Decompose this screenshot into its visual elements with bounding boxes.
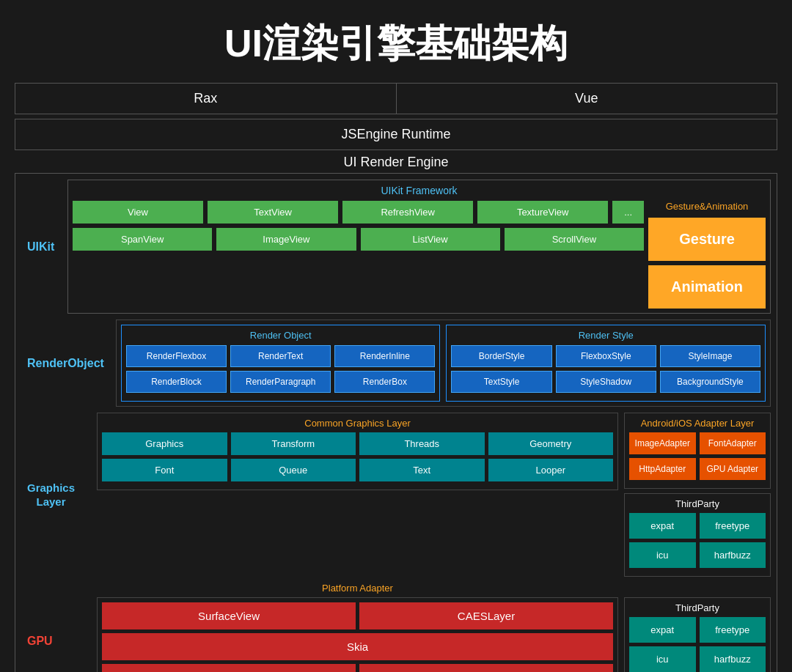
gpu-main: Platform Adapter SurfaceView CAESLayer S…: [97, 583, 618, 672]
renderblock-btn: RenderBlock: [126, 371, 227, 393]
adapter-box: Android/iOS Adapter Layer ImageAdapter F…: [624, 413, 771, 489]
httpadapter-btn: HttpAdapter: [629, 458, 696, 480]
renderobject-section: RenderObject Render Object RenderFlexbox…: [21, 320, 771, 407]
uikit-row1: View TextView RefreshView TextureView ..…: [73, 201, 644, 224]
thirdparty-label: ThirdParty: [629, 498, 766, 509]
main-container: UIKit UIKit Framework View TextView Refr…: [15, 173, 777, 672]
render-object-box: Render Object RenderFlexbox RenderText R…: [121, 325, 441, 402]
imageview-btn: ImageView: [216, 228, 356, 251]
font-btn: Font: [102, 459, 227, 481]
render-obj-row1: RenderFlexbox RenderText RenderInline: [126, 345, 436, 367]
harfbuzz-btn: harfbuzz: [700, 542, 766, 568]
icu-btn: icu: [629, 542, 696, 568]
opengl-btn: OpenGL: [102, 664, 356, 672]
uikit-content: UIKit Framework View TextView RefreshVie…: [67, 180, 771, 314]
render-style-row2: TextStyle StyleShadow BackgroundStyle: [451, 371, 760, 393]
view-btn: View: [73, 201, 203, 224]
uikit-views-grid: View TextView RefreshView TextureView ..…: [73, 201, 644, 309]
platform-label: Platform Adapter: [97, 583, 618, 594]
graphics-main: Common Graphics Layer Graphics Transform…: [97, 413, 618, 577]
gpu-label: GPU: [21, 583, 91, 672]
renderbox-btn: RenderBox: [334, 371, 435, 393]
thirdparty-row1: expat freetype: [629, 513, 766, 539]
render-content: Render Object RenderFlexbox RenderText R…: [116, 320, 771, 407]
graphics-content: Common Graphics Layer Graphics Transform…: [97, 413, 771, 577]
borderstyle-btn: BorderStyle: [451, 345, 551, 367]
thirdparty-row2: icu harfbuzz: [629, 542, 766, 568]
graphics-section: Graphics Layer Common Graphics Layer Gra…: [21, 413, 771, 577]
render-object-sublabel: Render Object: [126, 330, 436, 341]
surfaceview-btn: SurfaceView: [102, 602, 356, 629]
imageadapter-btn: ImageAdapter: [629, 432, 696, 454]
freetype-btn: freetype: [700, 513, 766, 539]
render-style-row1: BorderStyle FlexboxStyle StyleImage: [451, 345, 760, 367]
graphics-btn: Graphics: [102, 432, 227, 455]
uikit-label: UIKit: [21, 180, 62, 314]
gesture-animation-header: Gesture&Animation: [648, 201, 766, 212]
page-title: UI渲染引擎基础架构: [15, 7, 777, 83]
common-graphics-label: Common Graphics Layer: [102, 418, 613, 429]
refreshview-btn: RefreshView: [342, 201, 473, 224]
jsengine-row: JSEngine Runtime: [15, 119, 777, 150]
gpu-freetype-btn: freetype: [700, 617, 766, 643]
queue-btn: Queue: [231, 459, 356, 481]
threads-btn: Threads: [359, 432, 485, 455]
rax-cell: Rax: [15, 84, 397, 114]
looper-btn: Looper: [488, 459, 614, 481]
geometry-btn: Geometry: [488, 432, 614, 455]
transform-btn: Transform: [231, 432, 356, 455]
expat-btn: expat: [629, 513, 696, 539]
graphics-flex: Common Graphics Layer Graphics Transform…: [97, 413, 771, 577]
gpu-expat-btn: expat: [629, 617, 696, 643]
gpu-side: ThirdParty expat freetype icu harfbuzz: [624, 583, 771, 672]
gpu-row3: OpenGL Metal: [102, 664, 613, 672]
renderparagraph-btn: RenderParagraph: [230, 371, 331, 393]
gesture-animation-col: Gesture&Animation Gesture Animation: [648, 201, 766, 309]
flexboxstyle-btn: FlexboxStyle: [556, 345, 656, 367]
caeslayer-btn: CAESLayer: [359, 602, 613, 629]
renderobject-label: RenderObject: [21, 320, 110, 407]
uikit-section: UIKit UIKit Framework View TextView Refr…: [21, 180, 771, 314]
textview-btn: TextView: [208, 201, 338, 224]
graphics-row2: Font Queue Text Looper: [102, 459, 613, 481]
uikit-row2: SpanView ImageView ListView ScrollView: [73, 228, 644, 251]
gpu-icu-btn: icu: [629, 646, 696, 672]
uikit-grid: View TextView RefreshView TextureView ..…: [73, 201, 766, 309]
listview-btn: ListView: [361, 228, 500, 251]
graphics-side: Android/iOS Adapter Layer ImageAdapter F…: [624, 413, 771, 577]
adapter-row1: ImageAdapter FontAdapter: [629, 432, 766, 454]
render-inner: Render Object RenderFlexbox RenderText R…: [121, 325, 766, 402]
renderflexbox-btn: RenderFlexbox: [126, 345, 227, 367]
platform-box: SurfaceView CAESLayer Skia OpenGL Metal: [97, 597, 618, 672]
gpu-flex: Platform Adapter SurfaceView CAESLayer S…: [97, 583, 771, 672]
gesture-btn: Gesture: [648, 218, 766, 261]
adapter-row2: HttpAdapter GPU Adapter: [629, 458, 766, 480]
gpu-content: Platform Adapter SurfaceView CAESLayer S…: [97, 583, 771, 672]
dots-btn: ...: [612, 201, 644, 224]
renderinline-btn: RenderInline: [334, 345, 435, 367]
graphics-layer-label: Graphics Layer: [21, 413, 91, 577]
scrollview-btn: ScrollView: [505, 228, 644, 251]
skia-btn: Skia: [102, 633, 613, 660]
ui-render-engine-label: UI Render Engine: [15, 155, 777, 170]
styleshadow-btn: StyleShadow: [556, 371, 656, 393]
gpu-row1: SurfaceView CAESLayer: [102, 602, 613, 629]
metal-btn: Metal: [359, 664, 613, 672]
render-style-sublabel: Render Style: [451, 330, 760, 341]
animation-btn: Animation: [648, 265, 766, 309]
textureview-btn: TextureView: [477, 201, 608, 224]
adapter-label: Android/iOS Adapter Layer: [629, 418, 766, 429]
text-btn: Text: [359, 459, 485, 481]
thirdparty-box: ThirdParty expat freetype icu harfbuzz: [624, 493, 771, 577]
styleimage-btn: StyleImage: [660, 345, 760, 367]
gpuadapter-btn: GPU Adapter: [700, 458, 766, 480]
graphics-row1: Graphics Transform Threads Geometry: [102, 432, 613, 455]
top-frameworks-row: Rax Vue: [15, 83, 777, 114]
rendertext-btn: RenderText: [230, 345, 331, 367]
gpu-thirdparty-row2: icu harfbuzz: [629, 646, 766, 672]
vue-cell: Vue: [397, 84, 777, 114]
fontadapter-btn: FontAdapter: [700, 432, 766, 454]
gpu-thirdparty-row1: expat freetype: [629, 617, 766, 643]
backgroundstyle-btn: BackgroundStyle: [660, 371, 760, 393]
gpu-thirdparty-label: ThirdParty: [629, 602, 766, 613]
